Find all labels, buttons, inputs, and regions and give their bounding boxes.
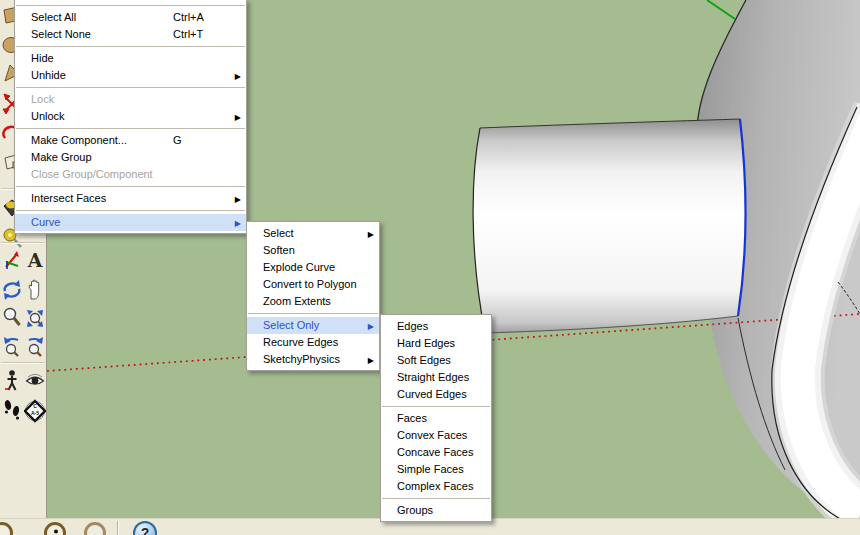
menu-item-label: Select None xyxy=(31,28,91,40)
menu-item-make-component[interactable]: Make Component...G xyxy=(15,132,246,149)
menu-separator xyxy=(382,406,490,407)
menu-separator xyxy=(16,46,245,47)
menu-item-label: Simple Faces xyxy=(397,463,464,475)
menu-item-label: Hard Edges xyxy=(397,337,455,349)
menu-item-select[interactable]: Select▶ xyxy=(247,225,379,242)
menu-item-label: Unhide xyxy=(31,69,66,81)
zoom-tool-icon[interactable] xyxy=(1,304,23,331)
text-tool-icon[interactable]: A xyxy=(24,246,46,273)
zoom-next-tool-icon[interactable] xyxy=(24,333,46,360)
menu-item-unhide[interactable]: Unhide▶ xyxy=(15,67,246,84)
letter-a-icon: A xyxy=(25,248,45,272)
menu-item-shortcut: Ctrl+T xyxy=(173,26,203,43)
pan-tool-icon[interactable] xyxy=(24,275,46,302)
menu-item-lock: Lock xyxy=(15,91,246,108)
menu-item-select-none[interactable]: Select NoneCtrl+T xyxy=(15,26,246,43)
position-camera-tool-icon[interactable] xyxy=(1,366,23,393)
menu-item-curved-edges[interactable]: Curved Edges xyxy=(381,386,491,403)
menu-cut-off-item xyxy=(15,0,246,2)
submenu-arrow-icon: ▶ xyxy=(368,352,374,369)
menu-item-simple-faces[interactable]: Simple Faces xyxy=(381,461,491,478)
menu-separator xyxy=(16,210,245,211)
menu-separator xyxy=(248,313,378,314)
menu-item-hide[interactable]: Hide xyxy=(15,50,246,67)
text-tool-glyph: A xyxy=(27,249,43,271)
menu-item-concave-faces[interactable]: Concave Faces xyxy=(381,444,491,461)
menu-item-convert-to-polygon[interactable]: Convert to Polygon xyxy=(247,276,379,293)
zoom-extents-tool-icon[interactable] xyxy=(24,304,46,331)
section-plane-icon: CA-5 xyxy=(24,397,46,425)
menu-item-label: Curve xyxy=(31,216,60,228)
menu-item-label: Convert to Polygon xyxy=(263,278,357,290)
menu-item-zoom-extents[interactable]: Zoom Extents xyxy=(247,293,379,310)
axes-tool-icon[interactable] xyxy=(1,246,23,273)
cylinder-body xyxy=(473,119,745,333)
status-icon-model[interactable] xyxy=(84,522,106,535)
section-plane-label: A-5 xyxy=(31,410,39,416)
menu-item-explode-curve[interactable]: Explode Curve xyxy=(247,259,379,276)
menu-item-faces[interactable]: Faces xyxy=(381,410,491,427)
menu-item-straight-edges[interactable]: Straight Edges xyxy=(381,369,491,386)
menu-item-soft-edges[interactable]: Soft Edges xyxy=(381,352,491,369)
toolbar-separator xyxy=(1,362,45,364)
menu-item-label: Edges xyxy=(397,320,428,332)
cylinder-solid[interactable] xyxy=(473,119,745,333)
submenu-arrow-icon: ▶ xyxy=(235,215,241,232)
menu-item-label: Soft Edges xyxy=(397,354,451,366)
menu-item-label: Zoom Extents xyxy=(263,295,331,307)
context-menu: Select AllCtrl+A Select NoneCtrl+T Hide … xyxy=(14,0,247,234)
menu-item-convex-faces[interactable]: Convex Faces xyxy=(381,427,491,444)
menu-item-sketchyphysics[interactable]: SketchyPhysics▶ xyxy=(247,351,379,368)
menu-item-complex-faces[interactable]: Complex Faces xyxy=(381,478,491,495)
menu-item-shortcut: Ctrl+A xyxy=(173,9,204,26)
previous-icon xyxy=(2,335,22,359)
menu-item-label: SketchyPhysics xyxy=(263,353,340,365)
section-plane-tool-icon[interactable]: CA-5 xyxy=(24,395,46,427)
menu-item-label: Make Component... xyxy=(31,134,127,146)
menu-item-soften[interactable]: Soften xyxy=(247,242,379,259)
menu-item-label: Select Only xyxy=(263,319,319,331)
menu-item-make-group[interactable]: Make Group xyxy=(15,149,246,166)
help-button[interactable]: ? xyxy=(133,521,157,535)
look-around-tool-icon[interactable] xyxy=(24,366,46,393)
menu-item-unlock[interactable]: Unlock▶ xyxy=(15,108,246,125)
menu-item-label: Hide xyxy=(31,52,54,64)
menu-item-close-group-component: Close Group/Component xyxy=(15,166,246,183)
menu-item-intersect-faces[interactable]: Intersect Faces▶ xyxy=(15,190,246,207)
toolbar-separator xyxy=(1,242,45,244)
menu-separator xyxy=(16,186,245,187)
question-mark-icon: ? xyxy=(141,525,150,535)
menu-item-label: Select All xyxy=(31,11,76,23)
menu-item-curve[interactable]: Curve▶ xyxy=(15,214,246,231)
magnifier-icon xyxy=(2,306,22,330)
submenu-arrow-icon: ▶ xyxy=(235,68,241,85)
menu-item-select-only[interactable]: Select Only▶ xyxy=(247,317,379,334)
submenu-arrow-icon: ▶ xyxy=(368,318,374,335)
person-glyph-icon xyxy=(52,529,60,535)
menu-item-groups[interactable]: Groups xyxy=(381,502,491,519)
menu-item-label: Lock xyxy=(31,93,54,105)
walk-tool-icon[interactable] xyxy=(1,395,23,422)
status-icon-sign-in[interactable] xyxy=(44,522,66,535)
submenu-arrow-icon: ▶ xyxy=(235,109,241,126)
menu-item-select-all[interactable]: Select AllCtrl+A xyxy=(15,9,246,26)
zoom-previous-tool-icon[interactable] xyxy=(1,333,23,360)
menu-item-label: Make Group xyxy=(31,151,92,163)
menu-item-edges[interactable]: Edges xyxy=(381,318,491,335)
statusbar-separator xyxy=(117,521,118,535)
orbit-tool-icon[interactable] xyxy=(1,275,23,302)
status-icon-credit[interactable] xyxy=(0,522,13,535)
axes-icon xyxy=(2,248,22,272)
menu-item-label: Close Group/Component xyxy=(31,168,153,180)
menu-separator xyxy=(16,5,245,6)
menu-item-recurve-edges[interactable]: Recurve Edges xyxy=(247,334,379,351)
eye-icon xyxy=(25,368,45,392)
menu-item-hard-edges[interactable]: Hard Edges xyxy=(381,335,491,352)
zoom-extents-icon xyxy=(25,306,45,330)
menu-item-label: Convex Faces xyxy=(397,429,467,441)
footprints-icon xyxy=(2,397,22,421)
menu-item-label: Intersect Faces xyxy=(31,192,106,204)
menu-item-label: Faces xyxy=(397,412,427,424)
menu-separator xyxy=(16,87,245,88)
section-plane-letter: C xyxy=(33,403,37,409)
